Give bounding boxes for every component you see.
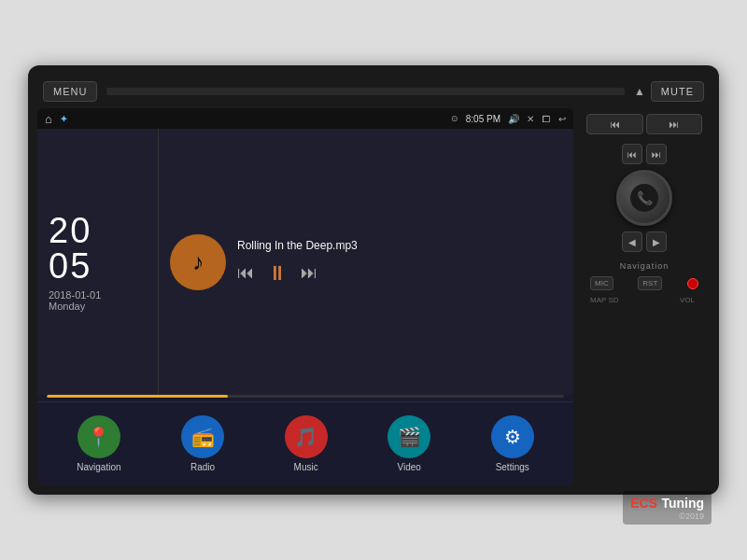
music-player: ♪ Rolling In the Deep.mp3 ⏮ ⏸ ⏭ xyxy=(159,129,573,395)
dial-area: ⏮ ⏭ 📞 ◀ ▶ xyxy=(583,140,706,256)
progress-bar-container xyxy=(37,395,573,401)
video-icon: 🎬 xyxy=(388,415,430,458)
prev-track-button[interactable]: ⏮ xyxy=(237,263,254,283)
progress-track[interactable] xyxy=(47,395,564,398)
app-music[interactable]: 🎵 Music xyxy=(285,415,328,472)
top-right-buttons: ▲ MUTE xyxy=(634,81,704,102)
music-title: Rolling In the Deep.mp3 xyxy=(237,239,562,252)
clock-date: 2018-01-01 xyxy=(49,289,147,301)
car-stereo-unit: MENU ▲ MUTE ⌂ ✦ ⊙ 8:05 PM 🔊 ✕ ⧠ xyxy=(28,65,719,495)
nav-btn-group-top: ⏮ ⏭ xyxy=(583,112,706,136)
phone-icon: 📞 xyxy=(637,190,653,205)
navigation-icon: 📍 xyxy=(78,415,120,458)
settings-label: Settings xyxy=(496,462,529,472)
screen-content: 20 05 2018-01-01 Monday ♪ Rolling In the… xyxy=(37,129,573,395)
album-art: ♪ xyxy=(170,234,226,290)
watermark: ECS Tuning ©2019 xyxy=(623,491,712,525)
fwd-btn-bottom[interactable]: ▶ xyxy=(646,231,667,252)
app-radio[interactable]: 📻 Radio xyxy=(181,415,224,472)
location-icon: ⊙ xyxy=(451,114,458,123)
app-video[interactable]: 🎬 Video xyxy=(388,415,430,472)
progress-fill xyxy=(47,395,228,398)
music-note-icon: ♪ xyxy=(192,249,204,275)
status-time: 8:05 PM xyxy=(466,114,500,124)
navigation-label: Navigation xyxy=(77,462,120,472)
close-icon: ✕ xyxy=(527,114,534,124)
video-label: Video xyxy=(397,462,420,472)
back-btn-bottom[interactable]: ◀ xyxy=(622,231,642,252)
skip-forward-button[interactable]: ⏭ xyxy=(646,114,703,134)
cd-slot xyxy=(106,88,625,95)
skip-back-button[interactable]: ⏮ xyxy=(586,114,643,134)
ecs-label: ECS xyxy=(630,496,657,511)
eject-icon: ▲ xyxy=(634,85,645,98)
music-label: Music xyxy=(294,462,318,472)
main-body: ⌂ ✦ ⊙ 8:05 PM 🔊 ✕ ⧠ ↩ 20 05 2018-01-01 xyxy=(37,108,710,485)
bottom-buttons: MIC RST xyxy=(583,274,706,292)
top-controls-bar: MENU ▲ MUTE xyxy=(37,75,710,108)
clock-time: 20 05 xyxy=(49,213,147,284)
record-button[interactable] xyxy=(687,278,698,289)
window-icon: ⧠ xyxy=(542,114,551,124)
music-controls: ⏮ ⏸ ⏭ xyxy=(237,261,562,286)
bluetooth-icon: ✦ xyxy=(60,114,67,124)
tuning-label: Tuning xyxy=(661,496,704,511)
music-icon: 🎵 xyxy=(285,415,328,458)
next-track-button[interactable]: ⏭ xyxy=(301,263,317,283)
next-button-top[interactable]: ⏭ xyxy=(646,144,667,164)
vol-label: VOL xyxy=(680,296,695,304)
menu-button[interactable]: MENU xyxy=(43,81,97,102)
main-screen: ⌂ ✦ ⊙ 8:05 PM 🔊 ✕ ⧠ ↩ 20 05 2018-01-01 xyxy=(37,108,573,485)
mute-button[interactable]: MUTE xyxy=(651,81,704,102)
pause-button[interactable]: ⏸ xyxy=(267,261,288,286)
settings-icon: ⚙ xyxy=(491,415,534,458)
music-info: Rolling In the Deep.mp3 ⏮ ⏸ ⏭ xyxy=(237,239,562,286)
app-settings[interactable]: ⚙ Settings xyxy=(491,415,534,472)
navigation-right-label: Navigation xyxy=(583,261,706,271)
dial-control[interactable]: 📞 xyxy=(616,170,672,226)
rst-button[interactable]: RST xyxy=(638,276,662,290)
copyright-year: ©2019 xyxy=(630,511,704,521)
radio-icon: 📻 xyxy=(181,415,224,458)
dial-inner: 📞 xyxy=(630,184,658,212)
map-sd-label: MAP SD xyxy=(590,296,619,304)
back-icon: ↩ xyxy=(558,114,566,124)
radio-label: Radio xyxy=(190,462,215,472)
status-bar: ⌂ ✦ ⊙ 8:05 PM 🔊 ✕ ⧠ ↩ xyxy=(37,108,573,129)
mic-button[interactable]: MIC xyxy=(590,276,613,290)
right-controls: ⏮ ⏭ ⏮ ⏭ 📞 xyxy=(579,108,710,485)
app-navigation[interactable]: 📍 Navigation xyxy=(77,415,120,472)
home-icon[interactable]: ⌂ xyxy=(45,112,52,126)
prev-button-top[interactable]: ⏮ xyxy=(622,144,642,164)
volume-icon: 🔊 xyxy=(508,114,519,124)
clock-day: Monday xyxy=(49,301,147,312)
apps-panel: 📍 Navigation 📻 Radio 🎵 Music 🎬 Video xyxy=(37,401,573,485)
clock-panel: 20 05 2018-01-01 Monday xyxy=(37,129,159,395)
